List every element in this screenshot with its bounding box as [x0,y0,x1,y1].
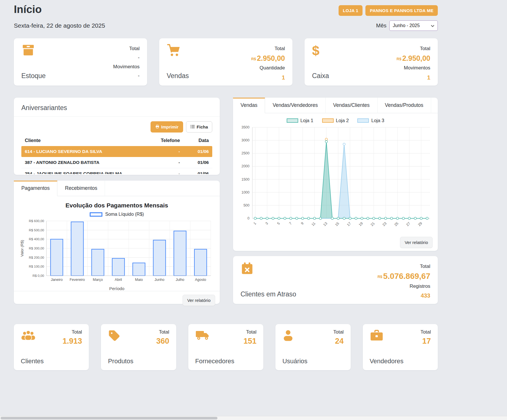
svg-text:15: 15 [334,221,340,227]
cell-data: 01/06 [180,149,209,154]
payments-bar-chart: R$ 0,00R$ 100,00R$ 200,00R$ 300,00R$ 400… [20,219,214,285]
svg-text:Julho: Julho [176,278,184,282]
printer-icon [155,124,159,130]
stat-label-caixa: Caixa [312,72,329,80]
legend-label: Loja 2 [336,118,349,123]
usuarios-card: Usuários Total 24 [275,324,350,370]
stat-label-estoque: Estoque [21,72,46,80]
ficha-button[interactable]: Ficha [186,121,212,133]
card-total-value: 151 [243,337,256,346]
stat-row-value: R$2.950,00 [251,53,285,63]
sales-report-button[interactable]: Ver relatório [400,237,433,248]
chart-title: Evolução dos Pagamentos Mensais [17,202,217,209]
tag-icon [108,329,133,343]
stat-row-label: Quantidade [251,63,285,73]
header-badges: LOJA 1 PANNOS E PANNOS LTDA ME [339,5,438,16]
archive-box-icon [21,44,46,57]
legend-item-loja2[interactable]: Loja 2 [322,118,349,123]
x-axis-label: Período [17,286,217,291]
cell-cliente: 254 - JAQUELINE SOARES CORREIA (NELMA [25,171,148,174]
card-total-value: 1.913 [63,337,82,346]
ficha-button-label: Ficha [197,124,208,129]
scrollbar-thumb[interactable] [1,417,217,419]
svg-text:Agosto: Agosto [195,278,206,282]
bottom-row: Clientes Total 1.913 Produtos Total 360 [14,324,438,370]
svg-text:9: 9 [300,221,305,226]
svg-text:2500: 2500 [241,151,249,155]
currency-prefix: R$ [251,57,256,61]
vendedores-card: Vendedores Total 17 [363,324,438,370]
clientes-card: Clientes Total 1.913 [14,324,89,370]
tab-vendas-clientes[interactable]: Vendas/Clientes [326,98,377,113]
bar-legend-item[interactable]: Soma Líquido (R$) [17,212,217,217]
cell-telefone: - [148,160,180,165]
stat-row-label: Total [113,44,140,53]
print-button[interactable]: Imprimir [151,121,183,133]
amount: 5.076.869,67 [383,272,431,281]
stat-row-value: 1 [251,73,285,82]
cell-telefone: - [148,149,180,154]
line-chart-legend: Loja 1 Loja 2 Loja 3 [233,118,438,123]
tab-vendas-vendedores[interactable]: Vendas/Vendedores [265,98,326,113]
card-label: Clientes [21,357,44,365]
legend-swatch-loja2 [322,118,334,123]
tab-pagamentos[interactable]: Pagamentos [14,181,57,196]
svg-text:21: 21 [370,221,375,227]
cell-cliente: 387 - ANTONIO ZENALDO BATISTA [25,160,148,165]
store-badge[interactable]: LOJA 1 [339,5,363,16]
fornecedores-card: Fornecedores Total 151 [188,324,263,370]
produtos-card: Produtos Total 360 [101,324,176,370]
pagamentos-tabs: Pagamentos Recebimentos [14,181,220,196]
svg-text:R$ 400,00: R$ 400,00 [29,237,44,241]
caixa-card: $ Caixa Total R$2.950,00 Movimentos 1 [305,38,438,86]
column-header-data: Data [180,138,209,143]
amount: 2.950,00 [402,54,430,62]
month-select[interactable]: Junho - 2025 [389,20,438,31]
column-header-telefone: Telefone [148,138,180,143]
company-badge[interactable]: PANNOS E PANNOS LTDA ME [365,5,438,16]
truck-icon [195,329,234,342]
table-row[interactable]: 614 - LUCIANO SEVERINO DA SILVA - 01/06 [21,146,212,157]
svg-text:Janeiro: Janeiro [51,278,63,282]
tab-vendas-produtos[interactable]: Vendas/Produtos [378,98,431,113]
svg-text:3000: 3000 [241,138,249,142]
svg-text:1000: 1000 [241,190,249,194]
card-total-value: 360 [156,337,169,346]
card-total-label: Total [63,329,82,335]
atraso-total-label: Total [378,262,430,271]
legend-item-loja3[interactable]: Loja 3 [357,118,384,123]
card-total-value: 17 [420,337,431,346]
card-label: Fornecedores [195,357,234,365]
legend-label: Loja 1 [301,118,313,123]
tab-vendas[interactable]: Vendas [233,98,265,113]
svg-text:R$ 0,00: R$ 0,00 [33,274,44,277]
legend-label: Soma Líquido (R$) [105,212,144,217]
column-header-cliente: Cliente [25,138,148,143]
legend-swatch [90,212,102,217]
atraso-label: Clientes em Atraso [241,290,296,298]
stats-row: Estoque Total - Movimentos - [14,38,438,86]
table-row[interactable]: 254 - JAQUELINE SOARES CORREIA (NELMA - … [21,168,212,174]
horizontal-scrollbar[interactable] [0,416,507,420]
svg-text:Abril: Abril [115,278,122,282]
legend-swatch-loja3 [357,118,369,123]
legend-swatch-loja1 [287,118,298,123]
svg-text:Março: Março [93,278,103,282]
svg-text:23: 23 [382,221,388,227]
stat-row-value: R$2.950,00 [397,53,430,63]
stat-row-label: Total [397,44,430,53]
print-button-label: Imprimir [161,124,179,129]
legend-label: Loja 3 [371,118,384,123]
amount: 2.950,00 [257,54,285,62]
svg-text:2000: 2000 [241,164,249,168]
header: Início LOJA 1 PANNOS E PANNOS LTDA ME [14,3,438,16]
svg-text:25: 25 [394,221,399,227]
vendas-tabs: Vendas Vendas/Vendedores Vendas/Clientes… [233,98,438,113]
card-label: Usuários [282,357,307,365]
vendas-card: Vendas Total R$2.950,00 Quantidade 1 [159,38,292,86]
atraso-registros-label: Registros [378,282,430,291]
table-row[interactable]: 387 - ANTONIO ZENALDO BATISTA - 01/06 [21,157,212,168]
legend-item-loja1[interactable]: Loja 1 [287,118,313,123]
payments-report-button[interactable]: Ver relatório [183,295,215,306]
tab-recebimentos[interactable]: Recebimentos [57,181,105,196]
